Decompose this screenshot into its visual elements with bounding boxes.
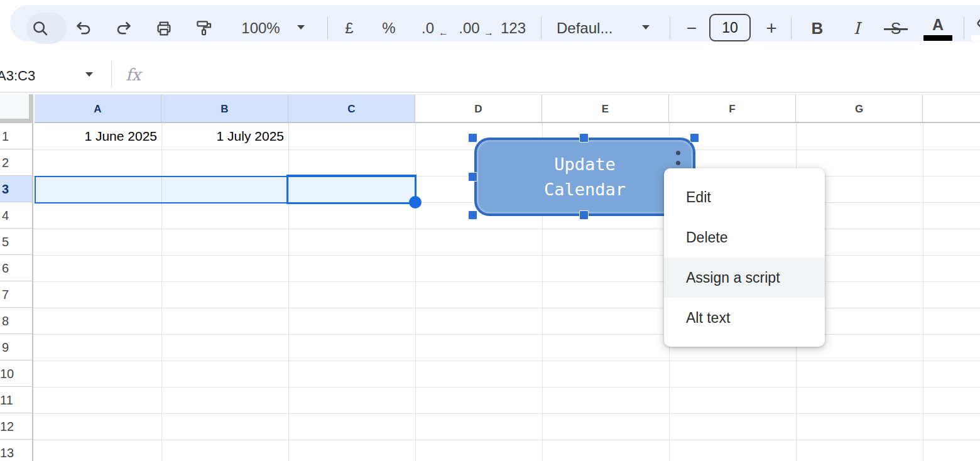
name-box[interactable]: A3:C3 bbox=[0, 68, 35, 84]
grid-hline bbox=[33, 413, 980, 414]
select-all-corner[interactable] bbox=[0, 94, 33, 123]
grid-vline bbox=[923, 123, 923, 461]
bold-button[interactable]: B bbox=[808, 19, 827, 37]
cell-value[interactable]: 1 July 2025 bbox=[161, 123, 288, 149]
row-header-2[interactable]: 2 bbox=[0, 149, 33, 176]
grid-hline bbox=[33, 281, 980, 282]
menu-item-assign-a-script[interactable]: Assign a script bbox=[664, 258, 825, 298]
left-arrow-icon: ← bbox=[438, 24, 449, 41]
search-icon[interactable] bbox=[31, 19, 50, 38]
currency-format-button[interactable]: £ bbox=[340, 19, 359, 37]
row-header-8[interactable]: 8 bbox=[0, 308, 33, 334]
handle-mid-left[interactable] bbox=[468, 172, 477, 182]
grid-hline bbox=[33, 334, 980, 335]
font-caret-icon[interactable] bbox=[642, 25, 650, 30]
italic-button[interactable]: I bbox=[847, 19, 866, 37]
toolbar: 100% £ % .0← .00→ 123 Defaul... − 10 + B… bbox=[10, 5, 980, 41]
fx-icon: fx bbox=[126, 65, 141, 84]
fill-handle[interactable] bbox=[409, 196, 422, 209]
strikethrough-button[interactable]: S bbox=[886, 19, 905, 37]
column-header-F[interactable]: F bbox=[669, 94, 796, 123]
column-header-A[interactable]: A bbox=[35, 94, 161, 123]
grid-vline bbox=[288, 123, 289, 461]
handle-bottom-left[interactable] bbox=[468, 210, 477, 220]
strikethrough-line-icon bbox=[884, 28, 908, 30]
formula-bar-divider bbox=[111, 61, 112, 87]
row-header-12[interactable]: 12 bbox=[0, 413, 33, 440]
grid-hline bbox=[33, 308, 980, 308]
row-header-7[interactable]: 7 bbox=[0, 281, 33, 308]
grid-hline bbox=[33, 255, 980, 256]
more-formats-button[interactable]: 123 bbox=[499, 19, 528, 37]
toolbar-divider bbox=[964, 17, 964, 40]
row-header-6[interactable]: 6 bbox=[0, 255, 33, 281]
increase-font-size-button[interactable]: + bbox=[762, 19, 781, 37]
column-header-E[interactable]: E bbox=[542, 94, 669, 123]
font-size-input[interactable]: 10 bbox=[709, 14, 751, 41]
formula-bar-border bbox=[0, 92, 980, 93]
font-family-select[interactable]: Defaul... bbox=[557, 19, 638, 37]
row-header-1[interactable]: 1 bbox=[0, 123, 33, 149]
handle-top-mid[interactable] bbox=[579, 133, 589, 143]
active-cell-border bbox=[286, 175, 416, 204]
row-header-13[interactable]: 13 bbox=[0, 440, 33, 461]
grid-hline bbox=[33, 229, 980, 229]
toolbar-divider bbox=[327, 17, 328, 40]
grid-vline bbox=[415, 123, 416, 461]
text-color-button[interactable]: A bbox=[923, 16, 952, 41]
menu-item-edit[interactable]: Edit bbox=[664, 177, 825, 217]
zoom-select[interactable]: 100% bbox=[236, 19, 285, 37]
grid-vline bbox=[161, 123, 162, 461]
drawing-label: Update Calendar bbox=[522, 152, 648, 202]
grid-hline bbox=[33, 361, 980, 361]
toolbar-divider bbox=[670, 17, 670, 40]
name-box-caret-icon[interactable] bbox=[85, 72, 93, 77]
handle-top-right[interactable] bbox=[690, 133, 699, 143]
column-header-B[interactable]: B bbox=[161, 94, 288, 123]
row-header-9[interactable]: 9 bbox=[0, 334, 33, 361]
column-header-G[interactable]: G bbox=[796, 94, 923, 123]
percent-format-button[interactable]: % bbox=[378, 19, 400, 37]
row-header-5[interactable]: 5 bbox=[0, 229, 33, 255]
toolbar-divider bbox=[791, 17, 792, 40]
handle-top-left[interactable] bbox=[468, 133, 477, 143]
text-color-swatch bbox=[923, 35, 952, 41]
drawing-context-menu: EditDeleteAssign a scriptAlt text bbox=[664, 168, 825, 347]
grid-hline bbox=[33, 387, 980, 388]
column-header-partial[interactable] bbox=[923, 94, 980, 123]
menu-item-alt-text[interactable]: Alt text bbox=[664, 298, 825, 338]
handle-bottom-mid[interactable] bbox=[579, 210, 589, 220]
row-header-11[interactable]: 11 bbox=[0, 387, 33, 413]
row-header-10[interactable]: 10 bbox=[0, 361, 33, 387]
row-header-4[interactable]: 4 bbox=[0, 202, 33, 229]
column-header-C[interactable]: C bbox=[288, 94, 415, 123]
decrease-font-size-button[interactable]: − bbox=[682, 19, 701, 37]
print-icon[interactable] bbox=[155, 19, 173, 38]
menu-item-delete[interactable]: Delete bbox=[664, 217, 825, 258]
decrease-decimal-button[interactable]: .0← bbox=[417, 19, 438, 37]
redo-icon[interactable] bbox=[114, 19, 133, 38]
grid-hline bbox=[33, 440, 980, 440]
zoom-caret-icon[interactable] bbox=[297, 25, 305, 30]
increase-decimal-button[interactable]: .00→ bbox=[455, 19, 484, 37]
fill-color-swatch bbox=[971, 35, 980, 41]
undo-icon[interactable] bbox=[74, 19, 93, 38]
paint-format-icon[interactable] bbox=[195, 19, 214, 38]
update-calendar-drawing[interactable]: Update Calendar bbox=[474, 138, 695, 216]
right-arrow-icon: → bbox=[484, 24, 494, 41]
fill-color-icon[interactable] bbox=[975, 15, 980, 41]
column-header-D[interactable]: D bbox=[415, 94, 542, 123]
cell-value[interactable]: 1 June 2025 bbox=[35, 123, 161, 149]
row-header-3[interactable]: 3 bbox=[0, 176, 33, 202]
toolbar-divider bbox=[541, 17, 542, 40]
